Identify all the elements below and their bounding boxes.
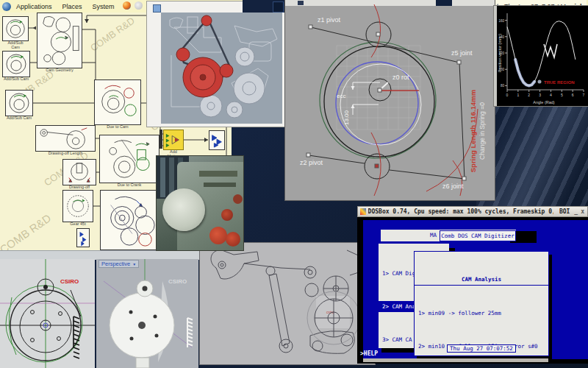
svg-text:0: 0: [506, 93, 509, 97]
dos-blue-screen: MA Comb DOS CAM Digitizer 1> CAM Digizin…: [363, 220, 588, 359]
dosbox-window: DOSBox 0.74, Cpu speed: max 100% cycles,…: [357, 206, 588, 364]
desktop: Applications Places System Thu Aug 27, 7…: [0, 0, 588, 368]
dos-submenu-item[interactable]: 1> min09 -> follower 25mm: [415, 308, 548, 319]
svg-text:3: 3: [539, 93, 541, 97]
dos-cam-analysis-menu: CAM Analysis 1> min09 -> follower 25mm 2…: [414, 251, 549, 356]
viewport-wireframe[interactable]: CSIRO: [0, 259, 95, 368]
menu-places[interactable]: Places: [57, 3, 87, 10]
block-addsub-cam-3[interactable]: Add/Sub Cam: [5, 90, 33, 116]
block-due-to-cam[interactable]: Due to Cam: [94, 79, 141, 125]
block-label: Add/Sub Cam: [6, 116, 32, 120]
cad-drawing-window[interactable]: csiro: [200, 243, 375, 364]
block-motion-arrows[interactable]: [76, 228, 90, 247]
block-cam-geometry[interactable]: Cam Geometry: [37, 13, 82, 68]
svg-text:1: 1: [517, 93, 519, 97]
window-mini-icon[interactable]: [153, 4, 161, 13]
block-label: Cam Geometry: [37, 68, 82, 72]
svg-text:80: 80: [501, 84, 505, 88]
dosbox-titlebar[interactable]: DOSBox 0.74, Cpu speed: max 100% cycles,…: [357, 206, 588, 217]
label-ecc: ecc: [337, 93, 345, 99]
photo-detail-bar: [199, 171, 237, 177]
help-launcher-icon[interactable]: [135, 1, 143, 10]
block-label: Add/Sub Cam: [3, 77, 29, 81]
photo-disc: [162, 188, 205, 231]
block-add-motion[interactable]: Add Motion: [163, 130, 184, 150]
dosbox-screen: MA Comb DOS CAM Digitizer 1> CAM Digizin…: [357, 217, 588, 364]
block-gear[interactable]: Gear 45t: [62, 190, 93, 222]
label-spring-change: Change in Spring =0: [478, 102, 486, 160]
distro-logo-icon[interactable]: [2, 2, 11, 11]
kinematics-diagram-window: z1 pivot z5 joint z0 rot ecc z2 pivot z6…: [285, 0, 495, 200]
svg-text:6: 6: [572, 93, 574, 97]
watermark-text: COMB R&D: [88, 15, 137, 53]
label-z5-joint: z5 joint: [451, 49, 473, 57]
label-spring-length: Spring Length 116.14mm: [469, 90, 477, 172]
label-z1-pivot: z1 pivot: [318, 16, 341, 24]
photo-detail-bar: [204, 183, 236, 187]
dos-help-label: >HELP: [360, 350, 378, 357]
photo-red-pulley: [226, 232, 240, 247]
dos-bottom-strip: [363, 358, 548, 362]
menu-applications[interactable]: Applications: [11, 3, 57, 10]
block-drawing-off-beginning[interactable]: Drawing-off Beginning: [62, 159, 96, 185]
watermark-text: COMB R&D: [0, 211, 53, 254]
dos-header-bar: MA Comb DOS CAM Digitizer: [381, 230, 516, 241]
svg-text:160: 160: [498, 19, 504, 23]
block-due-to-crank[interactable]: Due to Crank: [99, 135, 159, 183]
svg-text:120: 120: [498, 52, 504, 55]
engine-diagram-window: [147, 1, 285, 127]
svg-text:7: 7: [583, 93, 585, 97]
viewport-perspective[interactable]: Perspective ▼ CSIRO: [96, 259, 198, 368]
photo-window-pane: [160, 158, 165, 197]
photo-red-pulley: [233, 194, 243, 204]
photo-red-pulley: [221, 209, 233, 221]
block-addsub-cam-1[interactable]: Add/Sub Cam: [2, 16, 29, 41]
dos-header-title: Comb DOS CAM Digitizer: [440, 230, 516, 241]
block-label: Due to Crank: [100, 183, 159, 187]
block-drawing-off-length[interactable]: Drawing-off Length: [35, 125, 96, 152]
label-z0-rot: z0 rot: [392, 74, 409, 81]
desktop-icon[interactable]: [273, 1, 284, 13]
dos-submenu-title: CAM Analysis: [415, 274, 548, 286]
dosbox-title-right: BOI: [559, 208, 570, 215]
svg-text:4: 4: [550, 93, 552, 97]
dos-header-prefix: MA: [430, 230, 437, 241]
block-label: Drawing-off Length: [36, 151, 95, 155]
dos-status-time-row: Thu Aug 27 07:07:52: [415, 343, 548, 354]
engine-diagram-canvas: [161, 13, 282, 124]
label-z6-joint: z6 joint: [442, 183, 464, 190]
dosbox-title-text: DOSBox 0.74, Cpu speed: max 100% cycles,…: [368, 208, 553, 215]
svg-text:100: 100: [498, 68, 504, 71]
dos-status-time: Thu Aug 27 07:07:52: [447, 344, 516, 353]
machinery-photo: [157, 156, 243, 250]
close-button[interactable]: x: [581, 208, 584, 215]
block-label: Due to Cam: [95, 124, 140, 129]
plot-annotation: TRUE REGION: [544, 80, 575, 85]
photo-red-pulley: [209, 227, 227, 244]
block-label: Add/Sub Cam: [3, 40, 28, 49]
block-addsub-cam-2[interactable]: Add/Sub Cam: [2, 51, 30, 77]
menu-system[interactable]: System: [87, 3, 120, 10]
dosbox-icon: [360, 208, 366, 215]
cam-plot: Position vector (mm.) Angle (Rad) TRUE R…: [497, 6, 587, 106]
svg-text:5: 5: [561, 93, 563, 97]
plot-xlabel: Angle (Rad): [533, 100, 555, 105]
svg-text:140: 140: [498, 35, 504, 39]
minimize-button[interactable]: _: [574, 208, 578, 215]
block-due-to-gear[interactable]: Due to Gear: [100, 190, 159, 250]
firefox-launcher-icon[interactable]: [123, 1, 131, 10]
block-scope[interactable]: [209, 130, 225, 150]
label-z2-pivot: z2 pivot: [300, 159, 323, 166]
label-dim-13: 13.00: [343, 110, 350, 125]
svg-text:2: 2: [528, 93, 530, 97]
block-label: Gear 45t: [63, 222, 93, 226]
plot-window: Position vector (mm.) Angle (Rad) TRUE R…: [494, 6, 588, 106]
